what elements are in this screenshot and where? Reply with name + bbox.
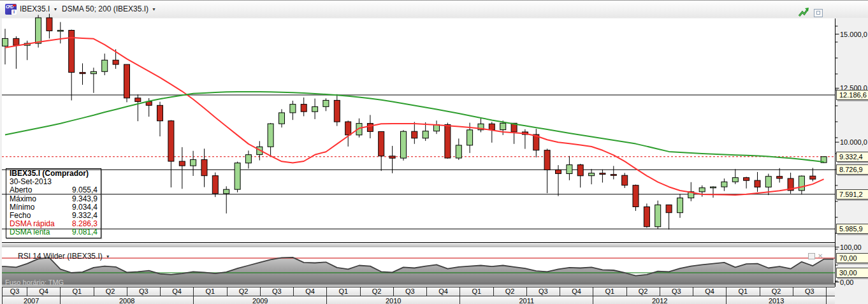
tooltip-row: Aberto9.055,4 [10,186,98,194]
indicator-label: DSMA 50; 200 (IBEX35.I) [62,4,148,13]
price-chart-canvas[interactable] [0,1,868,304]
restore-window-icon[interactable] [814,9,823,17]
symbol-selector[interactable]: IBEX35.I ▼ [20,4,57,13]
quarter-cell: Q4 [693,287,727,296]
rsi-panel-controls: ✕ [808,253,823,259]
quarter-cell: Q3 [2,287,27,296]
quarter-cell: Q4 [27,287,61,296]
quarter-cell: Q4 [560,287,593,296]
indicator-selector[interactable]: DSMA 50; 200 (IBEX35.I) ▼ [62,4,156,13]
quarter-cell: Q3 [793,287,827,296]
chevron-down-icon[interactable]: ▼ [53,7,57,11]
quarter-cell: Q3 [527,287,560,296]
toolbar: CFD i IBEX35.I ▼ DSMA 50; 200 (IBEX35.I)… [0,1,868,18]
axis-tick-label: 15.000,0 [840,31,867,38]
quarter-cell: Q2 [94,287,127,296]
tooltip-row-value: 9.343,9 [72,195,98,203]
tooltip-row-label: DSMA lenta [10,228,50,236]
rsi-level-label: 30,00 [836,268,868,278]
trend-tool-icon[interactable] [799,8,809,20]
year-cell: 2008 [61,296,194,304]
quarter-cell: Q1 [727,287,760,296]
quarter-cell: Q3 [261,287,294,296]
tooltip-row-value: 9.081,4 [72,228,98,236]
tooltip-row-label: Máximo [10,195,36,203]
quarter-cell: Q2 [361,287,394,296]
quarter-cell: Q4 [427,287,460,296]
quarter-cell: Q3 [127,287,161,296]
quarter-cell: Q2 [760,287,793,296]
tooltip-row-label: Aberto [10,186,32,194]
quarter-cell: Q2 [228,287,261,296]
quarter-cell: Q1 [327,287,360,296]
year-cell: 2013 [727,296,827,304]
quarter-cell: Q2 [627,287,660,296]
tooltip-row: DSMA lenta9.081,4 [10,228,98,236]
year-row: 2007200820092010201120122013 [2,296,835,304]
year-cell: 2009 [194,296,327,304]
quarter-cell: Q4 [294,287,327,296]
rsi-level-label: 70,00 [836,253,868,263]
trading-chart-window: { "toolbar": { "symbol": "IBEX35.I", "in… [0,0,868,304]
year-cell: 2010 [327,296,460,304]
rsi-indicator-label: RSI 14 Wilder (IBEX35.I) [18,252,103,261]
restore-panel-icon[interactable] [808,253,815,259]
timezone-watermark: Fuso horário: TMG [5,279,64,286]
level-price-label: 8.726,9 [836,164,868,175]
quarter-cell: Q1 [460,287,493,296]
quarter-cell: Q1 [593,287,626,296]
chevron-down-icon[interactable]: ▼ [106,254,110,259]
level-price-label: 9.332,4 [836,152,868,162]
quarter-cell: Q3 [660,287,693,296]
quarter-row: Q3Q4Q1Q2Q3Q4Q1Q2Q3Q4Q1Q2Q3Q4Q1Q2Q3Q4Q1Q2… [2,287,835,296]
rsi-tick-label: 100,00 [840,243,862,251]
tooltip-row-value: 9.055,4 [72,186,98,194]
quarter-cell: Q2 [494,287,527,296]
chevron-down-icon[interactable]: ▼ [152,7,156,11]
year-cell: 2012 [593,296,727,304]
quarter-cell: Q1 [194,287,227,296]
rsi-indicator-selector[interactable]: RSI 14 Wilder (IBEX35.I) ▼ [18,252,110,261]
cfd-instrument-icon: CFD i [5,4,17,15]
rsi-tick-label: 0,00 [840,279,853,286]
year-cell: 2007 [2,296,61,304]
symbol-label: IBEX35.I [20,4,50,13]
level-price-label: 5.985,9 [836,224,868,234]
level-price-label: 12.186,6 [836,90,868,100]
time-axis: Q3Q4Q1Q2Q3Q4Q1Q2Q3Q4Q1Q2Q3Q4Q1Q2Q3Q4Q1Q2… [2,287,835,304]
ohlc-tooltip: IBEX35.I (Comprador) 30-Set-2013 Aberto9… [6,168,101,238]
axis-tick-label: 10.000,0 [840,138,867,146]
quarter-cell: Q1 [61,287,94,296]
year-cell: 2011 [460,296,593,304]
close-panel-icon[interactable]: ✕ [818,253,823,259]
quarter-cell: Q3 [394,287,427,296]
tooltip-row: Máximo9.343,9 [10,195,98,203]
level-price-label: 7.591,2 [836,189,868,199]
quarter-cell: Q4 [161,287,194,296]
